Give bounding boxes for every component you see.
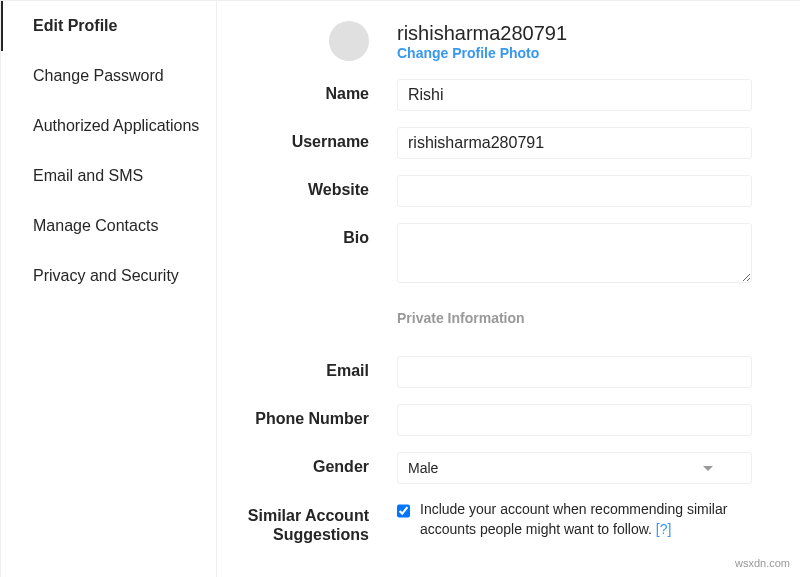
sidebar-item-manage-contacts[interactable]: Manage Contacts	[1, 201, 216, 251]
sidebar-item-change-password[interactable]: Change Password	[1, 51, 216, 101]
profile-username-title: rishisharma280791	[397, 21, 567, 45]
sidebar-item-edit-profile[interactable]: Edit Profile	[1, 1, 216, 51]
watermark-text: wsxdn.com	[735, 557, 790, 569]
email-input[interactable]	[397, 356, 752, 388]
sidebar-item-privacy-security[interactable]: Privacy and Security	[1, 251, 216, 301]
gender-value: Male	[408, 460, 438, 476]
email-label: Email	[237, 356, 397, 380]
username-input[interactable]	[397, 127, 752, 159]
change-profile-photo-link[interactable]: Change Profile Photo	[397, 45, 539, 61]
gender-label: Gender	[237, 452, 397, 476]
avatar[interactable]	[329, 21, 369, 61]
settings-sidebar: Edit Profile Change Password Authorized …	[0, 1, 217, 577]
bio-textarea[interactable]	[397, 223, 752, 283]
similar-suggestions-text: Include your account when recommending s…	[420, 500, 752, 539]
name-label: Name	[237, 79, 397, 103]
sidebar-item-authorized-apps[interactable]: Authorized Applications	[1, 101, 216, 151]
similar-suggestions-help-link[interactable]: [?]	[656, 521, 672, 537]
name-input[interactable]	[397, 79, 752, 111]
bio-label: Bio	[237, 223, 397, 247]
website-input[interactable]	[397, 175, 752, 207]
gender-select[interactable]: Male	[397, 452, 752, 484]
chevron-down-icon	[703, 466, 713, 471]
similar-suggestions-checkbox[interactable]	[397, 503, 410, 519]
private-info-heading: Private Information	[397, 310, 752, 326]
phone-label: Phone Number	[237, 404, 397, 428]
phone-input[interactable]	[397, 404, 752, 436]
edit-profile-panel: rishisharma280791 Change Profile Photo N…	[217, 1, 800, 577]
similar-suggestions-label: Similar Account Suggestions	[237, 500, 397, 544]
website-label: Website	[237, 175, 397, 199]
username-label: Username	[237, 127, 397, 151]
sidebar-item-email-sms[interactable]: Email and SMS	[1, 151, 216, 201]
